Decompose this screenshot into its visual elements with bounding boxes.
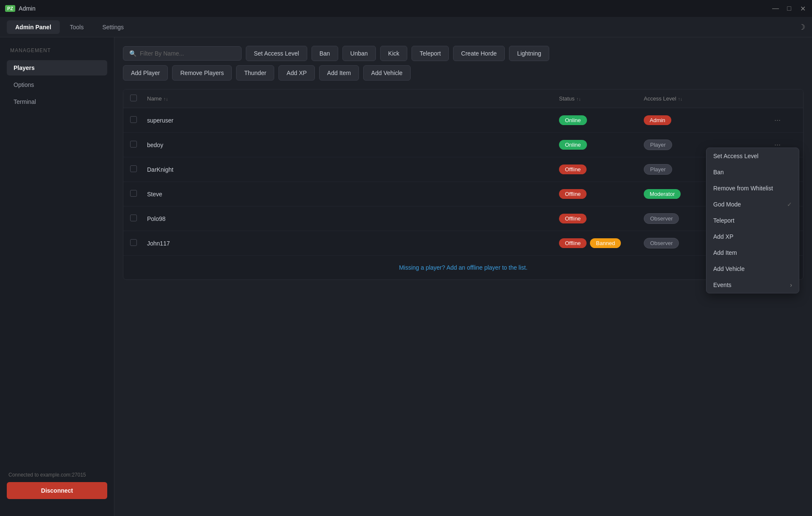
toolbar-row1: 🔍 Set Access Level Ban Unban Kick Telepo… [123,46,804,61]
status-cell: Online [559,115,644,125]
sidebar-section-management: Management [7,47,107,59]
tab-admin-panel[interactable]: Admin Panel [7,20,60,34]
table-row: DarKnight Offline Player ··· [123,157,803,182]
toolbar-row2: Add Player Remove Players Thunder Add XP… [123,65,804,81]
theme-toggle-icon[interactable]: ☽ [798,22,805,32]
sidebar: Management Players Options Terminal Conn… [0,37,114,516]
missing-player-text[interactable]: Missing a player? Add an offline player … [123,256,803,279]
table-header: Name ↑↓ Status ↑↓ Access Level ↑↓ [123,89,803,108]
player-name: Steve [147,191,559,198]
search-input[interactable] [140,50,235,57]
events-arrow-icon: › [790,282,792,288]
maximize-button[interactable]: □ [785,4,793,13]
context-menu-set-access-level[interactable]: Set Access Level [706,148,799,164]
tab-settings[interactable]: Settings [94,20,132,34]
context-menu-teleport[interactable]: Teleport [706,212,799,229]
disconnect-button[interactable]: Disconnect [7,482,107,499]
status-badge: Offline [559,214,587,223]
row-checkbox-john117[interactable] [130,239,137,246]
player-name: bedoy [147,142,559,148]
sidebar-item-options[interactable]: Options [7,77,107,92]
status-cell: Offline Banned [559,238,644,248]
player-name: John117 [147,240,559,247]
access-badge: Moderator [644,189,681,199]
context-menu: Set Access Level Ban Remove from Whiteli… [706,148,799,293]
sidebar-bottom: Connected to example.com:27015 Disconnec… [0,465,114,506]
col-select [130,95,147,103]
player-name: Polo98 [147,215,559,222]
add-item-button[interactable]: Add Item [319,65,359,81]
content-area: 🔍 Set Access Level Ban Unban Kick Telepo… [114,37,812,516]
status-badge: Offline [559,189,587,199]
access-sort-icon[interactable]: ↑↓ [678,96,683,101]
row-checkbox-steve[interactable] [130,190,137,197]
access-badge: Observer [644,238,679,248]
row-checkbox-superuser[interactable] [130,116,137,123]
minimize-button[interactable]: — [771,4,780,13]
add-player-button[interactable]: Add Player [123,65,168,81]
set-access-level-button[interactable]: Set Access Level [246,46,307,61]
kick-button[interactable]: Kick [380,46,407,61]
tab-tools[interactable]: Tools [61,20,92,34]
titlebar-left: PZ Admin [5,5,36,12]
context-menu-add-xp[interactable]: Add XP [706,229,799,245]
context-menu-add-item[interactable]: Add Item [706,245,799,261]
player-name: DarKnight [147,166,559,173]
window-controls: — □ ✕ [771,4,807,13]
status-badge: Offline [559,238,587,248]
status-badge: Online [559,115,587,125]
context-menu-events[interactable]: Events › [706,277,799,293]
teleport-button[interactable]: Teleport [412,46,449,61]
table-row: bedoy Online Player ··· [123,133,803,157]
status-cell: Offline [559,165,644,174]
context-menu-ban[interactable]: Ban [706,164,799,180]
lightning-button[interactable]: Lightning [509,46,549,61]
status-badge: Online [559,140,587,150]
table-row: Polo98 Offline Observer ··· [123,206,803,231]
select-all-checkbox[interactable] [130,95,137,101]
access-badge: Player [644,139,672,150]
titlebar: PZ Admin — □ ✕ [0,0,812,17]
sidebar-item-terminal[interactable]: Terminal [7,94,107,109]
access-cell: Admin [644,115,771,125]
access-badge: Observer [644,213,679,224]
players-table: Name ↑↓ Status ↑↓ Access Level ↑↓ superu… [123,89,804,280]
access-badge: Player [644,164,672,175]
table-row: Steve Offline Moderator ··· [123,182,803,206]
name-sort-icon[interactable]: ↑↓ [164,96,168,101]
row-checkbox-polo98[interactable] [130,215,137,221]
pz-logo: PZ [5,5,15,12]
col-access-level: Access Level ↑↓ [644,95,771,102]
search-box: 🔍 [123,46,242,61]
context-menu-god-mode[interactable]: God Mode ✓ [706,196,799,212]
add-xp-button[interactable]: Add XP [278,65,314,81]
search-icon: 🔍 [129,50,136,57]
sidebar-item-players[interactable]: Players [7,60,107,75]
context-menu-remove-whitelist[interactable]: Remove from Whitelist [706,180,799,196]
access-badge: Admin [644,115,671,125]
nav-tabs: Admin Panel Tools Settings ☽ [0,17,812,37]
row-checkbox-darknight[interactable] [130,165,137,172]
status-sort-icon[interactable]: ↑↓ [576,96,581,101]
add-vehicle-button[interactable]: Add Vehicle [363,65,411,81]
status-cell: Offline [559,189,644,199]
status-cell: Online [559,140,644,150]
unban-button[interactable]: Unban [342,46,376,61]
ban-button[interactable]: Ban [311,46,338,61]
col-status: Status ↑↓ [559,95,644,102]
main-layout: Management Players Options Terminal Conn… [0,37,812,516]
row-checkbox-bedoy[interactable] [130,141,137,148]
thunder-button[interactable]: Thunder [236,65,274,81]
row-more-button-superuser[interactable]: ··· [771,114,784,126]
god-mode-check-icon: ✓ [787,201,792,208]
create-horde-button[interactable]: Create Horde [453,46,505,61]
remove-players-button[interactable]: Remove Players [172,65,232,81]
close-button[interactable]: ✕ [798,4,807,13]
col-name: Name ↑↓ [147,95,559,102]
context-menu-add-vehicle[interactable]: Add Vehicle [706,261,799,277]
player-name: superuser [147,117,559,124]
table-row: superuser Online Admin ··· [123,108,803,133]
app-title: Admin [19,5,36,12]
banned-badge: Banned [590,238,621,248]
sidebar-nav: Management Players Options Terminal [0,47,114,109]
